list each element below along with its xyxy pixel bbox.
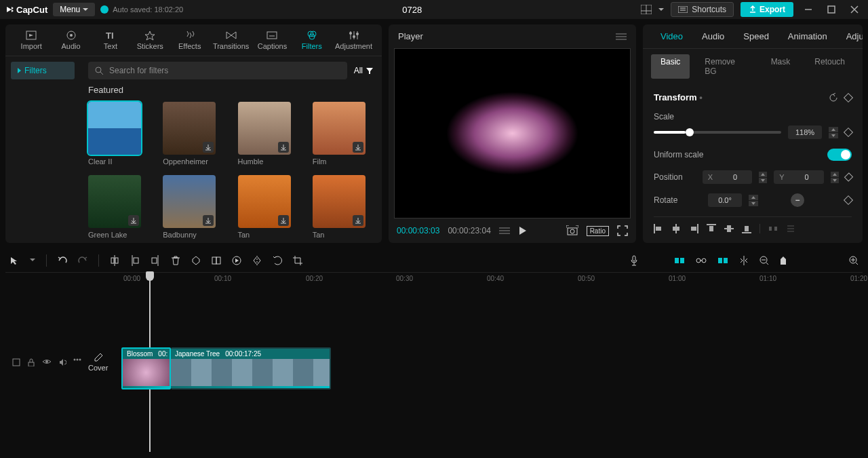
subtab-basic[interactable]: Basic xyxy=(651,54,690,79)
keyframe-icon[interactable] xyxy=(844,128,853,137)
tab-captions[interactable]: Captions xyxy=(254,28,290,52)
download-icon[interactable] xyxy=(353,142,363,153)
uniform-scale-toggle[interactable] xyxy=(827,149,852,161)
filter-item[interactable]: Film xyxy=(313,102,374,166)
tab-filters[interactable]: Filters xyxy=(294,28,330,52)
position-x[interactable]: 0 xyxy=(718,170,752,184)
rotate-tool[interactable] xyxy=(273,256,282,265)
tab-transitions[interactable]: Transitions xyxy=(212,28,250,52)
mirror-tool[interactable] xyxy=(252,256,262,265)
tab-video[interactable]: Video xyxy=(651,24,692,48)
download-icon[interactable] xyxy=(203,215,214,226)
align-center-h-icon[interactable] xyxy=(671,224,681,233)
filter-item[interactable]: Green Lake xyxy=(88,175,149,239)
align-bottom-icon[interactable] xyxy=(742,224,751,233)
record-tool[interactable] xyxy=(232,256,241,265)
scale-slider[interactable] xyxy=(654,131,781,134)
trim-right-tool[interactable] xyxy=(151,255,160,266)
delete-tool[interactable] xyxy=(171,256,180,265)
filter-item[interactable]: Humble xyxy=(238,102,299,166)
stepper-down[interactable] xyxy=(759,178,767,183)
preview-icon[interactable] xyxy=(739,256,749,265)
close-button[interactable] xyxy=(846,5,863,14)
zoom-in-icon[interactable] xyxy=(849,256,859,265)
tab-adjustment[interactable]: Adjustment xyxy=(837,24,863,48)
keyframe-icon[interactable] xyxy=(844,172,853,181)
tab-adjustment[interactable]: Adjustment xyxy=(334,28,374,52)
tab-stickers[interactable]: Stickers xyxy=(132,28,167,52)
subtab-retouch[interactable]: Retouch xyxy=(805,54,854,79)
project-title[interactable]: 0728 xyxy=(189,5,635,15)
crop-tool[interactable] xyxy=(293,256,302,265)
rotate-value[interactable]: 0.0° xyxy=(708,193,742,207)
fullscreen-icon[interactable] xyxy=(617,225,628,236)
menu-icon[interactable] xyxy=(616,33,627,41)
pointer-tool[interactable] xyxy=(9,256,19,265)
subtab-removebg[interactable]: Remove BG xyxy=(695,54,755,79)
ratio-button[interactable]: Ratio xyxy=(587,226,609,236)
redo-button[interactable] xyxy=(78,256,87,265)
track-lock-icon[interactable] xyxy=(27,358,35,366)
download-icon[interactable] xyxy=(353,215,363,226)
tab-speed[interactable]: Speed xyxy=(734,24,778,48)
timeline-ruler[interactable]: 00:00 00:10 00:20 00:30 00:40 00:50 01:0… xyxy=(119,273,863,288)
sidebar-item-filters[interactable]: Filters xyxy=(11,62,75,79)
download-icon[interactable] xyxy=(203,142,214,153)
play-button[interactable] xyxy=(518,226,528,235)
stepper-down[interactable] xyxy=(831,178,839,183)
keyframe-icon[interactable] xyxy=(844,195,853,205)
chevron-down-icon[interactable] xyxy=(658,8,664,12)
magnet-on-icon[interactable] xyxy=(674,256,685,265)
download-icon[interactable] xyxy=(128,215,139,226)
filter-item[interactable]: Badbunny xyxy=(163,175,224,239)
more-icon[interactable] xyxy=(73,358,81,361)
slider-knob[interactable] xyxy=(780,256,787,265)
cover-button[interactable]: Cover xyxy=(88,353,108,372)
stepper-up[interactable] xyxy=(749,195,758,200)
keyframe-icon[interactable] xyxy=(844,92,853,102)
filter-item[interactable]: Tan xyxy=(313,175,374,239)
align-center-v-icon[interactable] xyxy=(724,224,734,233)
trim-left-tool[interactable] xyxy=(130,255,140,266)
download-icon[interactable] xyxy=(278,215,289,226)
filter-item[interactable]: Tan xyxy=(238,175,299,239)
position-y[interactable]: 0 xyxy=(790,170,824,184)
distribute-v-icon[interactable] xyxy=(786,224,795,233)
timeline-tracks[interactable]: Blossom00: Japanese Tree00:00:17:25 xyxy=(119,288,863,437)
minus-icon[interactable]: − xyxy=(791,193,804,207)
tab-audio[interactable]: Audio xyxy=(53,28,88,52)
stepper-up[interactable] xyxy=(831,172,839,177)
player-viewport[interactable] xyxy=(394,48,631,218)
stepper-down[interactable] xyxy=(749,201,758,206)
tab-text[interactable]: TIText xyxy=(93,28,128,52)
export-button[interactable]: Export xyxy=(741,2,793,17)
clip-blossom[interactable]: Blossom00: xyxy=(121,347,171,389)
stepper-up[interactable] xyxy=(759,172,767,177)
minimize-button[interactable] xyxy=(800,5,816,14)
subtab-mask[interactable]: Mask xyxy=(762,54,800,79)
align-top-icon[interactable] xyxy=(707,224,716,233)
maximize-button[interactable] xyxy=(823,5,840,14)
menu-button[interactable]: Menu xyxy=(53,3,95,16)
stepper-down[interactable] xyxy=(829,133,838,138)
distribute-h-icon[interactable] xyxy=(768,224,778,233)
track-visibility-icon[interactable] xyxy=(42,358,52,365)
all-button[interactable]: All xyxy=(354,66,374,75)
track-mute-icon[interactable] xyxy=(58,358,66,366)
search-input[interactable]: Search for filters xyxy=(88,62,347,79)
zoom-out-icon[interactable] xyxy=(760,256,769,265)
scale-value[interactable]: 118% xyxy=(788,126,822,139)
reset-icon[interactable] xyxy=(829,93,838,102)
tab-audio[interactable]: Audio xyxy=(692,24,734,48)
link-icon[interactable] xyxy=(696,256,707,265)
tab-animation[interactable]: Animation xyxy=(778,24,837,48)
marker-tool[interactable] xyxy=(191,256,201,265)
clip-japanese-tree[interactable]: Japanese Tree00:00:17:25 xyxy=(171,347,331,389)
tab-import[interactable]: Import xyxy=(14,28,49,52)
align-right-icon[interactable] xyxy=(689,224,698,233)
filter-item[interactable]: Clear II xyxy=(88,102,149,166)
list-icon[interactable] xyxy=(499,227,510,235)
chevron-down-icon[interactable] xyxy=(30,259,35,262)
undo-button[interactable] xyxy=(58,256,67,265)
snap-on-icon[interactable] xyxy=(717,256,728,265)
